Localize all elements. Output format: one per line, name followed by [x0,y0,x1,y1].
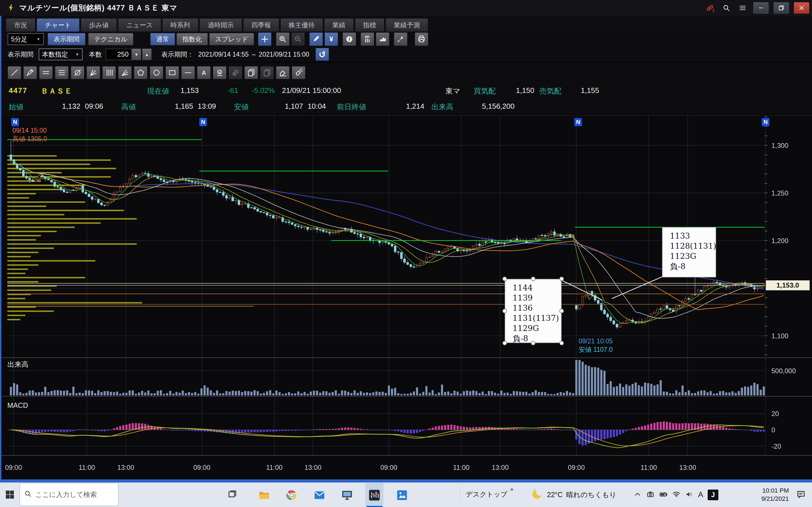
bar-count-input[interactable]: 250 [106,49,132,60]
tab-indicators[interactable]: 指標 [355,18,384,32]
clear-all-tool[interactable] [292,66,305,79]
interval-select[interactable]: 5分足 ▼ [8,33,44,45]
svg-text:500,000: 500,000 [771,367,796,375]
draw-icon[interactable] [309,33,323,46]
minimize-button[interactable] [753,2,769,13]
parallel-lines-tool[interactable] [39,66,53,79]
tab-shareholder-benefits[interactable]: 株主優待 [281,18,323,32]
indexed-button[interactable]: 指数化 [176,33,208,45]
icon-stamp-tool[interactable] [213,66,226,79]
period-mode-select[interactable]: 本数指定 ▼ [39,48,83,60]
print-icon[interactable] [415,33,428,46]
paste-tool[interactable] [260,66,274,79]
taskbar-clock[interactable]: 10:01 PM 9/21/2021 [737,487,789,503]
tab-timely-disclosure[interactable]: 適時開示 [200,18,242,32]
taskbar-app-chart-app[interactable] [365,483,384,507]
weather-widget[interactable]: 22°C 晴れのちくもり [531,485,616,504]
period-mode-value: 本数指定 [42,50,68,59]
text-tool[interactable]: A [197,66,211,79]
selection-handle[interactable] [502,277,507,281]
settings-icon[interactable] [394,33,407,46]
technical-button[interactable]: テクニカル [88,33,133,45]
chart-canvas[interactable]: 1,3001,2501,2001,100500,000200-20出来高MACD… [0,115,812,480]
ellipse-tool[interactable] [150,66,163,79]
area-chart-icon[interactable] [376,33,389,46]
chevron-down-icon: ▼ [75,52,79,57]
taskbar-search[interactable]: ここに入力して検索 [20,483,118,506]
close-button[interactable] [794,2,809,13]
menu-icon[interactable] [737,2,748,13]
tab-news[interactable]: ニュース [118,18,161,32]
fib-arc-tool[interactable] [71,66,84,79]
tab-market[interactable]: 市況 [6,18,35,32]
desktop-toolbar[interactable]: デスクトップ » [466,490,513,499]
camera-icon[interactable] [646,490,655,500]
taskbar-app-photos[interactable] [393,483,411,507]
volume-icon[interactable] [685,490,694,500]
selection-handle[interactable] [559,341,564,345]
taskbar-app-mail[interactable] [310,483,328,507]
rectangle-tool[interactable] [165,66,179,79]
tab-chart[interactable]: チャート [37,18,80,32]
tab-results-forecast[interactable]: 業績予測 [386,18,428,32]
news-marker[interactable]: N [574,118,582,126]
tab-tick[interactable]: 歩み値 [81,18,117,32]
news-marker[interactable]: N [762,118,769,126]
battery-icon[interactable] [659,490,668,500]
spread-button[interactable]: スプレッド [209,33,254,45]
wifi-icon[interactable] [672,490,680,500]
chart-area[interactable]: 1,3001,2501,2001,100500,000200-20出来高MACD… [0,115,812,480]
trend-line-tool[interactable] [8,66,21,79]
horizontal-line-tool[interactable] [181,66,195,79]
price-note-box[interactable]: 1144113911361131(1137)1129G負-8 [505,279,562,343]
news-marker[interactable]: N [11,118,19,126]
ime-mode-icon[interactable]: A [698,490,703,499]
selection-handle[interactable] [502,309,507,313]
pin-tool[interactable] [229,66,242,79]
normal-button[interactable]: 通常 [150,33,175,45]
ime-language-icon[interactable]: J [708,490,718,500]
title-bar: マルチツール(個別銘柄) 4477 ＢＡＳＥ 東マ 1 [0,0,812,16]
selection-handle[interactable] [502,341,507,345]
gann-fan-tool[interactable] [87,66,100,79]
chevron-right-icon[interactable]: » [510,486,513,499]
search-icon[interactable] [721,2,732,13]
svg-text:13:00: 13:00 [492,464,509,471]
zoom-in-icon[interactable] [276,33,290,46]
reset-period-button[interactable]: ↺ [315,48,329,61]
taskbar-app-file-explorer[interactable] [255,483,273,507]
display-period-button[interactable]: 表示期間 [48,33,86,45]
news-marker[interactable]: N [199,118,207,126]
selection-handle[interactable] [559,309,564,313]
tab-time-series[interactable]: 時系列 [162,18,198,32]
taskbar-app-chrome[interactable] [283,483,301,507]
triple-lines-tool[interactable] [55,66,68,79]
eraser-tool[interactable] [276,66,290,79]
my-chart-icon[interactable]: MY [361,33,374,46]
tab-results[interactable]: 業績 [324,18,354,32]
price-change: -61 [210,86,238,95]
count-increment-button[interactable]: ▲ [142,48,152,60]
info-icon[interactable]: i [343,33,356,46]
selection-handle[interactable] [531,277,536,281]
zoom-out-icon[interactable] [291,33,305,46]
selection-handle[interactable] [559,277,564,281]
start-button[interactable] [4,489,15,501]
vertical-lines-tool[interactable] [102,66,116,79]
selection-handle[interactable] [531,341,536,345]
speed-lines-tool[interactable] [118,66,132,79]
crosshair-icon[interactable] [258,33,271,46]
maximize-button[interactable] [774,2,789,13]
count-decrement-button[interactable]: ▼ [132,48,141,60]
copy-tool[interactable] [245,66,258,79]
chevron-up-icon[interactable] [633,490,642,500]
price-note-box[interactable]: 11331128(1131)1123G負-8 [662,227,716,277]
yen-icon[interactable]: ¥ [324,33,338,46]
notification-center-button[interactable] [796,490,806,501]
marker-pen-tool[interactable] [23,66,37,79]
tab-shikiho[interactable]: 四季報 [243,18,279,32]
task-view-button[interactable] [227,489,238,501]
link-icon[interactable]: 1 [704,2,716,13]
pentagon-tool[interactable] [134,66,147,79]
taskbar-app-remote-desktop[interactable] [338,483,356,507]
